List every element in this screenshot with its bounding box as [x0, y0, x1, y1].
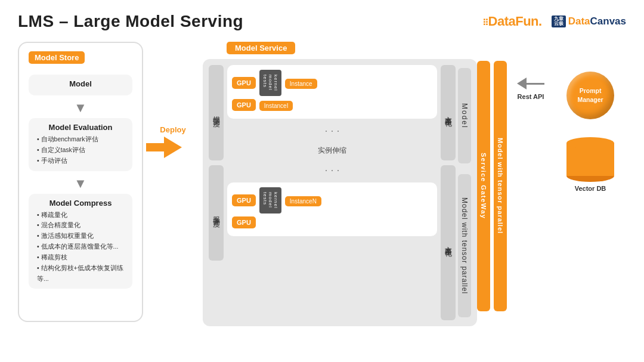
compress-bullet-3: 激活感知权重量化	[37, 231, 126, 242]
model-service-wrapper: Model Service 模型调度 服务调度 GPU	[203, 42, 477, 326]
compress-title: Model Compress	[35, 199, 126, 208]
page-title: LMS – Large Model Serving	[18, 12, 243, 31]
rest-api-area: Rest API	[507, 42, 555, 100]
text-vector-label-2: 文本向量化	[441, 165, 456, 320]
tensor-parallel-text: Model with tensor parallel	[497, 138, 504, 234]
model-right-1: Model	[458, 68, 471, 163]
arrow2: ▼	[29, 177, 132, 190]
deploy-arrow-shape	[146, 137, 200, 158]
model-title: Model	[35, 79, 126, 88]
gateway-tensor-area: Service GateWay	[477, 42, 490, 311]
model-right-text-1: Model	[460, 103, 469, 129]
deploy-label: Deploy	[160, 125, 185, 134]
compress-bullet-2: 混合精度量化	[37, 220, 126, 231]
prompt-manager-circle: Prompt Manager	[566, 72, 614, 119]
left-arrow-body	[527, 83, 544, 85]
service-schedule-text: 服务调度	[212, 211, 221, 215]
tensor-area: Model with tensor parallel	[490, 42, 507, 311]
model-right-text-2: Model with tensor parallel	[460, 197, 469, 294]
rest-api-arrow	[517, 78, 544, 89]
model-schedule-label: 模型调度	[209, 65, 224, 160]
service-gateway-bar: Service GateWay	[477, 61, 490, 311]
compress-bullets: 稀疏量化 混合精度量化 激活感知权重量化 低成本的逐层蒸馏量化等... 稀疏剪枝…	[35, 210, 126, 284]
gpu-block-3: GPU kernelmodeltests InstanceN	[232, 187, 432, 214]
datafun-logo: ⠿DataFun.	[482, 14, 542, 29]
model-store-label: Model Store	[29, 51, 85, 64]
gpu-label-3: GPU	[232, 194, 256, 206]
right-components: Prompt Manager Vector DB	[555, 42, 626, 192]
model-right-2: Model with tensor parallel	[458, 174, 471, 317]
gpu-block-1: GPU kernelmodeltests Instance	[232, 70, 432, 96]
prompt-manager: Prompt Manager	[566, 72, 614, 119]
kernel-block-2: kernelmodeltests	[259, 187, 281, 214]
model-schedule-text: 模型调度	[212, 110, 221, 115]
text-vector-1: 文本向量化	[444, 110, 453, 115]
model-service-label: Model Service	[227, 42, 295, 54]
prompt-manager-label: Prompt Manager	[577, 86, 603, 104]
gpu-label-1: GPU	[232, 77, 256, 89]
service-background: 模型调度 服务调度 GPU kernelmodeltests Instance	[203, 59, 477, 326]
dots-1: · · ·	[227, 122, 437, 140]
vector-db: Vector DB	[566, 137, 614, 192]
compress-bullet-4: 低成本的逐层蒸馏量化等...	[37, 242, 126, 252]
cylinder-top	[566, 137, 614, 149]
page: LMS – Large Model Serving ⠿DataFun. 九章云极…	[0, 0, 644, 362]
eval-bullet-3: 手动评估	[37, 156, 126, 166]
model-compress-item: Model Compress 稀疏量化 混合精度量化 激活感知权重量化 低成本的…	[29, 194, 132, 289]
scale-label: 实例伸缩	[227, 143, 437, 158]
rest-api-label: Rest API	[518, 93, 544, 100]
datacanvas-text: DataCanvas	[568, 16, 626, 27]
instance-group-1: GPU kernelmodeltests Instance GPU Instan…	[227, 65, 437, 119]
deploy-area: Deploy	[143, 42, 203, 158]
compress-bullet-5: 稀疏剪枝	[37, 252, 126, 263]
arrow1: ▼	[29, 101, 132, 115]
instance-tag-1: Instance	[285, 79, 317, 89]
evaluation-bullets: 自动benchmark评估 自定义task评估 手动评估	[35, 134, 126, 166]
logos: ⠿DataFun. 九章云极 DataCanvas	[482, 14, 626, 29]
deploy-arrow: Deploy	[146, 125, 200, 158]
tensor-parallel-bar: Model with tensor parallel	[494, 61, 507, 311]
gpu-label-2: GPU	[232, 99, 256, 111]
gpu-block-4: GPU	[232, 216, 432, 228]
instances-column: GPU kernelmodeltests Instance GPU Instan…	[227, 65, 437, 320]
compress-bullet-1: 稀疏量化	[37, 210, 126, 221]
vector-db-label: Vector DB	[575, 185, 606, 192]
eval-bullet-1: 自动benchmark评估	[37, 134, 126, 145]
compress-bullet-6: 结构化剪枝+低成本恢复训练等...	[37, 263, 126, 284]
datafun-dots: ⠿	[482, 18, 488, 27]
vert-labels-left: 模型调度 服务调度	[209, 65, 224, 320]
model-store-box: Model Store Model ▼ Model Evaluation 自动b…	[18, 42, 143, 322]
service-gateway-text: Service GateWay	[480, 153, 487, 219]
text-vector-2: 文本向量化	[444, 240, 453, 245]
text-vector-label-1: 文本向量化	[441, 65, 456, 160]
model-right-labels: Model Model with tensor parallel	[458, 65, 471, 320]
datacanvas-logo: 九章云极 DataCanvas	[552, 16, 626, 27]
kernel-block-1: kernelmodeltests	[259, 70, 281, 96]
dots-2: · · ·	[227, 162, 437, 179]
nine-icon: 九章云极	[552, 16, 566, 27]
model-item: Model	[29, 75, 132, 95]
gpu-label-4: GPU	[232, 216, 256, 228]
instance-group-2: GPU kernelmodeltests InstanceN GPU	[227, 182, 437, 236]
model-evaluation-item: Model Evaluation 自动benchmark评估 自定义task评估…	[29, 118, 132, 171]
arrow-head	[164, 137, 200, 158]
gpu-block-2: GPU InstanceI	[232, 99, 432, 111]
right-labels: 文本向量化 文本向量化	[441, 65, 456, 320]
eval-bullet-2: 自定义task评估	[37, 145, 126, 156]
header: LMS – Large Model Serving ⠿DataFun. 九章云极…	[18, 12, 626, 31]
main-content: Model Store Model ▼ Model Evaluation 自动b…	[18, 42, 626, 346]
instance-tag-i: InstanceI	[259, 101, 293, 111]
left-arrow-head	[517, 78, 527, 89]
instance-tag-n: InstanceN	[285, 196, 321, 206]
service-schedule-label: 服务调度	[209, 165, 224, 261]
evaluation-title: Model Evaluation	[35, 123, 126, 132]
